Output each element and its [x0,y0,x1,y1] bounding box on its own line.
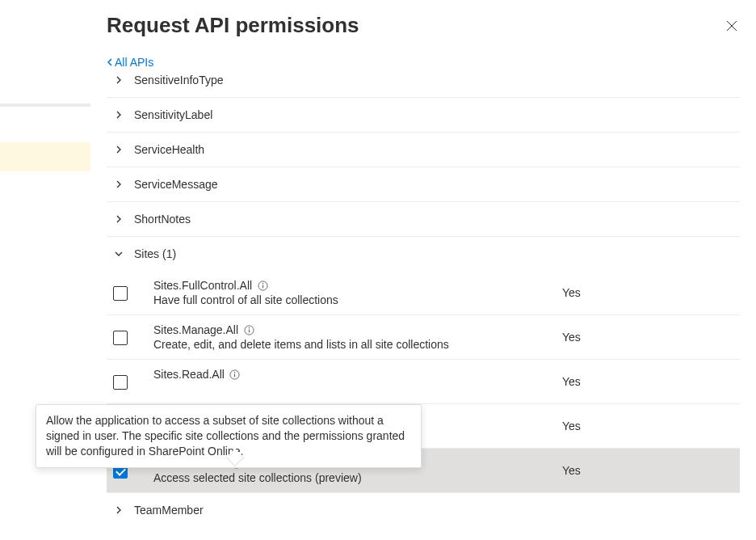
svg-point-4 [248,327,249,327]
chevron-right-icon [113,74,124,86]
group-sites[interactable]: Sites (1) [107,237,740,271]
group-label: TeamMember [134,504,204,517]
admin-consent: Yes [562,286,740,299]
close-icon [726,20,737,32]
chevron-right-icon [113,504,124,516]
admin-consent: Yes [562,331,740,344]
permission-name: Sites.Read.All [153,368,225,381]
group-label: SensitiveInfoType [134,74,224,86]
chevron-down-icon [113,248,124,259]
svg-rect-8 [234,373,235,377]
group-shortnotes[interactable]: ShortNotes [107,202,740,237]
group-label: ServiceMessage [134,178,218,191]
group-teammember[interactable]: TeamMember [107,493,740,527]
chevron-right-icon [113,179,124,190]
group-sensitiveinfotype[interactable]: SensitiveInfoType [107,72,740,98]
svg-rect-2 [262,285,263,288]
chevron-left-icon [107,58,113,66]
info-icon[interactable] [257,280,268,291]
svg-point-7 [234,371,235,372]
svg-point-1 [262,282,262,283]
chevron-right-icon [113,144,124,155]
page-title: Request API permissions [107,13,359,38]
svg-rect-5 [249,329,250,332]
group-label: Sites (1) [134,247,176,260]
permission-row-fullcontrol[interactable]: Sites.FullControl.All Have full control … [107,271,740,315]
permission-desc: Have full control of all site collection… [153,293,562,306]
info-icon[interactable] [243,324,254,335]
admin-consent: Yes [562,464,740,477]
group-label: ServiceHealth [134,143,204,156]
group-servicemessage[interactable]: ServiceMessage [107,167,740,202]
admin-consent: Yes [562,420,740,432]
permission-checkbox[interactable] [113,286,128,301]
panel-header: Request API permissions [107,0,756,46]
info-icon[interactable] [229,369,241,380]
permission-row-manage[interactable]: Sites.Manage.All Create, edit, and delet… [107,315,740,360]
permission-row-read[interactable]: Sites.Read.All Read items in all site co… [107,360,740,404]
group-servicehealth[interactable]: ServiceHealth [107,133,740,167]
permission-desc: Access selected site collections (previe… [153,471,562,484]
chevron-right-icon [113,109,124,120]
group-label: ShortNotes [134,213,191,226]
permission-checkbox[interactable] [113,331,128,345]
permission-checkbox[interactable] [113,375,128,390]
permission-name: Sites.Manage.All [153,323,238,336]
admin-consent: Yes [562,375,740,388]
group-sensitivitylabel[interactable]: SensitivityLabel [107,98,740,133]
group-label: SensitivityLabel [134,108,212,121]
breadcrumb-all-apis[interactable]: All APIs [107,56,153,69]
permission-desc: Create, edit, and delete items and lists… [153,338,562,351]
close-button[interactable] [724,18,740,34]
tooltip-text: Allow the application to access a subset… [46,414,405,458]
chevron-right-icon [113,213,124,225]
breadcrumb-label: All APIs [115,56,153,69]
permission-name: Sites.FullControl.All [153,279,252,292]
